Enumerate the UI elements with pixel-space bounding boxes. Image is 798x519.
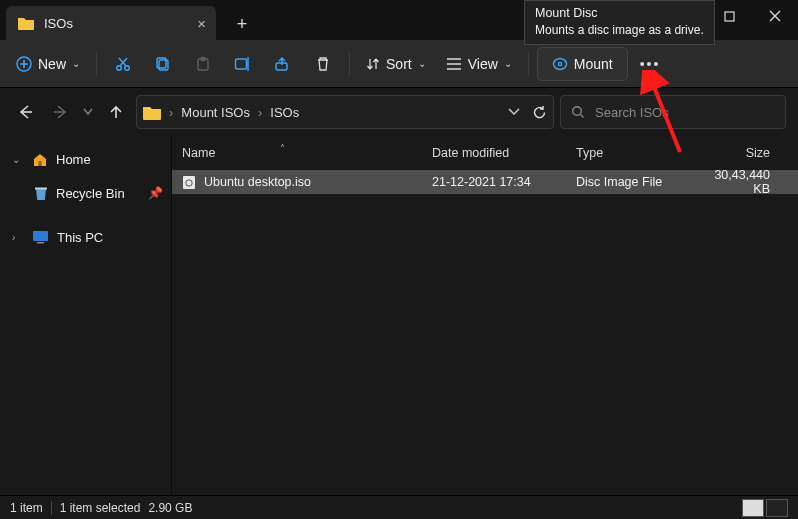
- close-window-button[interactable]: [752, 0, 798, 32]
- thumbnails-view-button[interactable]: [766, 499, 788, 517]
- svg-point-4: [125, 65, 130, 70]
- sort-label: Sort: [386, 56, 412, 72]
- sidebar-item-home[interactable]: ⌄ Home: [0, 142, 171, 176]
- column-header-size[interactable]: Size: [690, 146, 780, 160]
- more-icon: •••: [640, 56, 661, 72]
- tooltip-body: Mounts a disc image as a drive.: [535, 22, 704, 38]
- view-button[interactable]: View ⌄: [438, 47, 520, 81]
- file-date: 21-12-2021 17:34: [422, 175, 566, 189]
- more-button[interactable]: •••: [632, 47, 669, 81]
- rename-button[interactable]: [225, 47, 261, 81]
- file-list-pane: Name ˄ Date modified Type Size Ubuntu de…: [172, 136, 798, 495]
- this-pc-icon: [32, 230, 49, 244]
- svg-rect-9: [236, 59, 247, 69]
- back-button[interactable]: [12, 98, 40, 126]
- svg-point-13: [573, 107, 582, 116]
- recycle-bin-icon: [34, 186, 48, 201]
- svg-point-12: [558, 62, 561, 65]
- column-header-date[interactable]: Date modified: [422, 146, 566, 160]
- command-bar: New ⌄ Sort ⌄ View ⌄ Mount •••: [0, 40, 798, 88]
- svg-rect-16: [33, 231, 48, 241]
- tooltip-title: Mount Disc: [535, 5, 704, 22]
- column-header-name[interactable]: Name ˄: [172, 146, 422, 160]
- sidebar-item-label: This PC: [57, 230, 103, 245]
- chevron-down-icon: ⌄: [12, 154, 24, 165]
- content-area: ⌄ Home Recycle Bin 📌 › This PC Name ˄ Da…: [0, 136, 798, 495]
- svg-rect-15: [35, 187, 47, 189]
- separator: [528, 52, 529, 76]
- file-name: Ubuntu desktop.iso: [204, 175, 311, 189]
- chevron-down-icon: ⌄: [418, 58, 426, 69]
- window-tab[interactable]: ISOs ×: [6, 6, 216, 40]
- delete-button[interactable]: [305, 47, 341, 81]
- status-bar: 1 item 1 item selected 2.90 GB: [0, 495, 798, 519]
- breadcrumb-sep-icon: ›: [167, 105, 175, 120]
- tab-close-icon[interactable]: ×: [197, 16, 206, 31]
- forward-button[interactable]: [46, 98, 74, 126]
- copy-button[interactable]: [145, 47, 181, 81]
- column-headers: Name ˄ Date modified Type Size: [172, 136, 798, 170]
- sort-button[interactable]: Sort ⌄: [358, 47, 434, 81]
- svg-rect-18: [183, 176, 195, 189]
- column-label: Size: [746, 146, 770, 160]
- navigation-tree: ⌄ Home Recycle Bin 📌 › This PC: [0, 136, 172, 495]
- chevron-right-icon: ›: [12, 232, 24, 243]
- breadcrumb-sep-icon: ›: [256, 105, 264, 120]
- search-placeholder: Search ISOs: [595, 105, 669, 120]
- mount-button[interactable]: Mount: [537, 47, 628, 81]
- pin-icon: 📌: [148, 186, 163, 200]
- mount-label: Mount: [574, 56, 613, 72]
- new-button[interactable]: New ⌄: [8, 47, 88, 81]
- iso-file-icon: [182, 175, 196, 190]
- file-size: 30,43,440 KB: [690, 168, 780, 196]
- up-button[interactable]: [102, 98, 130, 126]
- recent-locations-button[interactable]: [80, 98, 96, 126]
- view-mode-switcher: [742, 499, 788, 517]
- sidebar-item-recycle-bin[interactable]: Recycle Bin 📌: [0, 176, 171, 210]
- cut-button[interactable]: [105, 47, 141, 81]
- status-selected-size: 2.90 GB: [148, 501, 192, 515]
- file-type: Disc Image File: [566, 175, 690, 189]
- sidebar-item-label: Home: [56, 152, 91, 167]
- new-label: New: [38, 56, 66, 72]
- breadcrumb-segment[interactable]: Mount ISOs: [181, 105, 250, 120]
- separator: [96, 52, 97, 76]
- file-row[interactable]: Ubuntu desktop.iso 21-12-2021 17:34 Disc…: [172, 170, 798, 194]
- paste-button[interactable]: [185, 47, 221, 81]
- breadcrumb-history-button[interactable]: [508, 108, 520, 116]
- share-button[interactable]: [265, 47, 301, 81]
- svg-point-3: [117, 65, 122, 70]
- chevron-down-icon: ⌄: [72, 58, 80, 69]
- sidebar-item-this-pc[interactable]: › This PC: [0, 220, 171, 254]
- folder-icon: [143, 105, 161, 120]
- svg-rect-14: [39, 161, 42, 166]
- column-label: Name: [182, 146, 215, 160]
- navigation-bar: › Mount ISOs › ISOs Search ISOs: [0, 88, 798, 136]
- address-bar[interactable]: › Mount ISOs › ISOs: [136, 95, 554, 129]
- chevron-down-icon: ⌄: [504, 58, 512, 69]
- view-label: View: [468, 56, 498, 72]
- home-icon: [32, 152, 48, 167]
- separator: [51, 501, 52, 515]
- sidebar-item-label: Recycle Bin: [56, 186, 125, 201]
- details-view-button[interactable]: [742, 499, 764, 517]
- svg-rect-1: [725, 12, 734, 21]
- svg-rect-17: [37, 242, 44, 244]
- column-header-type[interactable]: Type: [566, 146, 690, 160]
- status-selected-count: 1 item selected: [60, 501, 141, 515]
- folder-icon: [18, 16, 34, 30]
- tab-title: ISOs: [44, 16, 73, 31]
- column-label: Date modified: [432, 146, 509, 160]
- search-input[interactable]: Search ISOs: [560, 95, 786, 129]
- svg-point-11: [553, 58, 566, 69]
- sort-ascending-icon: ˄: [280, 143, 285, 154]
- status-item-count: 1 item: [10, 501, 43, 515]
- breadcrumb-segment[interactable]: ISOs: [270, 105, 299, 120]
- search-icon: [571, 105, 585, 119]
- title-bar: ISOs × + Mount Disc Mounts a disc image …: [0, 0, 798, 40]
- new-tab-button[interactable]: +: [226, 8, 258, 40]
- refresh-button[interactable]: [532, 105, 547, 120]
- separator: [349, 52, 350, 76]
- column-label: Type: [576, 146, 603, 160]
- mount-tooltip: Mount Disc Mounts a disc image as a driv…: [524, 0, 715, 45]
